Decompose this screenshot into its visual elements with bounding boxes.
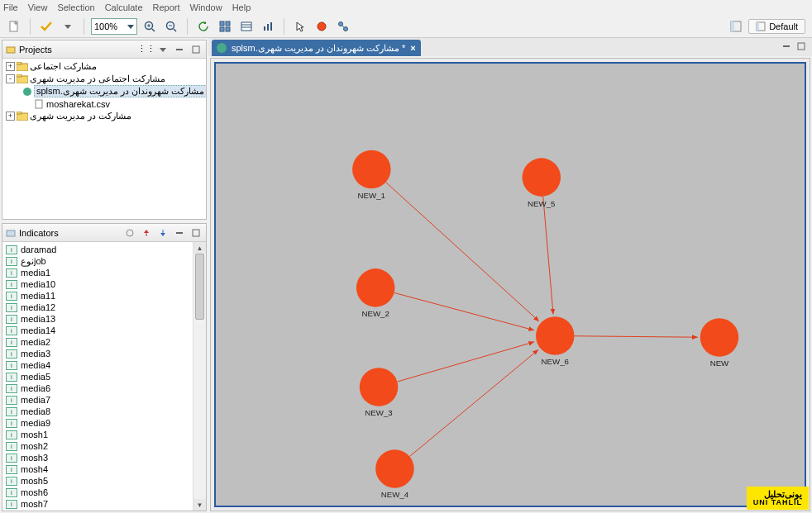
zoom-out-icon[interactable]: [162, 17, 180, 36]
indicator-item[interactable]: imedia9: [2, 417, 206, 429]
model-canvas[interactable]: NEW_1NEW_2NEW_3NEW_4NEW_5NEW_6NEW: [214, 62, 806, 507]
diagram-edge[interactable]: [397, 342, 534, 382]
diagram-edge[interactable]: [409, 349, 538, 456]
close-icon[interactable]: ×: [410, 43, 415, 53]
node-label: NEW_1: [358, 191, 385, 200]
panel-action-icon[interactable]: ⋮⋮: [140, 43, 153, 56]
validate-icon[interactable]: [37, 17, 55, 36]
sort-desc-icon[interactable]: [156, 226, 170, 240]
layout-icon[interactable]: [727, 17, 745, 36]
collapse-icon[interactable]: [156, 43, 170, 56]
indicator-item[interactable]: iنوعjob: [2, 255, 206, 267]
indicator-item[interactable]: imedia12: [2, 302, 206, 313]
scroll-thumb[interactable]: [195, 254, 204, 320]
filter-icon[interactable]: [123, 226, 136, 240]
indicator-item[interactable]: imedia7: [2, 394, 206, 406]
link-tool-icon[interactable]: [334, 17, 352, 36]
scroll-up-icon[interactable]: ▲: [193, 242, 206, 254]
indicator-item[interactable]: imedia4: [2, 359, 206, 371]
maximize-icon[interactable]: [189, 43, 203, 56]
diagram-node[interactable]: [352, 150, 391, 189]
tab-model[interactable]: splsm.مشارکت شهروندان در مدیریت شهری * ×: [212, 40, 421, 56]
menu-item-view[interactable]: View: [28, 2, 48, 12]
menu-item-selection[interactable]: Selection: [57, 2, 94, 12]
menu-item-file[interactable]: File: [3, 2, 18, 12]
menu-item-report[interactable]: Report: [153, 2, 180, 12]
dropdown-icon[interactable]: [59, 17, 77, 36]
diagram-node[interactable]: [356, 268, 395, 307]
tree-item[interactable]: mosharekat.csv: [6, 97, 203, 110]
zoom-select[interactable]: 100%: [91, 18, 137, 35]
panel-icon: [6, 228, 16, 238]
indicator-label: نوعjob: [21, 256, 46, 267]
tree-item[interactable]: +مشارکت در مدیریت شهری: [6, 110, 203, 122]
svg-line-6: [174, 29, 176, 31]
indicator-item[interactable]: imedia14: [2, 325, 206, 336]
expand-icon[interactable]: +: [6, 62, 15, 71]
diagram-edge[interactable]: [386, 183, 539, 321]
diagram-node[interactable]: [375, 449, 414, 488]
menu-item-window[interactable]: Window: [190, 2, 222, 12]
indicator-item[interactable]: imedia3: [2, 348, 206, 359]
collapse-icon[interactable]: -: [6, 74, 15, 83]
diagram-node[interactable]: [523, 158, 561, 197]
canvas-area: NEW_1NEW_2NEW_3NEW_4NEW_5NEW_6NEW: [210, 58, 810, 511]
sort-asc-icon[interactable]: [140, 226, 153, 240]
scroll-down-icon[interactable]: ▼: [193, 499, 206, 511]
menu-item-calculate[interactable]: Calculate: [105, 2, 143, 12]
diagram-node[interactable]: [360, 368, 399, 406]
maximize-editor-icon[interactable]: [795, 40, 807, 52]
maximize-icon[interactable]: [189, 226, 203, 240]
indicator-item[interactable]: imedia1: [2, 267, 206, 278]
model-icon: [217, 43, 227, 53]
indicator-icon: i: [6, 338, 17, 347]
menu-item-help[interactable]: Help: [232, 2, 251, 12]
indicator-item[interactable]: idaramad: [2, 244, 206, 255]
folder-icon: [17, 62, 28, 72]
indicator-item[interactable]: imedia13: [2, 313, 206, 325]
indicator-icon: i: [6, 361, 17, 370]
indicator-item[interactable]: imedia11: [2, 290, 206, 302]
svg-rect-16: [267, 24, 269, 31]
perspective-default[interactable]: Default: [748, 19, 805, 34]
tree-item[interactable]: -مشارکت اجتماعی در مدیریت شهری: [6, 73, 203, 85]
indicator-label: media12: [21, 302, 55, 312]
chart-view-icon[interactable]: [259, 17, 277, 36]
refresh-icon[interactable]: [194, 17, 213, 36]
indicator-label: daramad: [21, 245, 56, 254]
indicator-item[interactable]: imosh2: [2, 440, 206, 452]
table-view-icon[interactable]: [237, 17, 256, 36]
tree-item[interactable]: +مشارکت اجتماعی: [6, 60, 203, 73]
indicator-item[interactable]: imosh5: [2, 475, 206, 487]
indicator-item[interactable]: imosh1: [2, 429, 206, 440]
diagram-edge[interactable]: [575, 336, 698, 337]
indicator-item[interactable]: imosh3: [2, 452, 206, 463]
indicator-icon: i: [6, 465, 17, 474]
new-file-icon[interactable]: [5, 17, 23, 36]
node-tool-icon[interactable]: [313, 17, 331, 36]
svg-rect-34: [36, 100, 42, 108]
scrollbar[interactable]: ▲ ▼: [193, 242, 206, 511]
minimize-editor-icon[interactable]: [781, 40, 792, 52]
indicator-item[interactable]: imosh6: [2, 487, 206, 498]
diagram-node[interactable]: [536, 316, 575, 355]
indicator-item[interactable]: imedia10: [2, 278, 206, 290]
indicator-item[interactable]: imedia8: [2, 406, 206, 417]
indicator-item[interactable]: imedia5: [2, 371, 206, 382]
pointer-tool-icon[interactable]: [291, 17, 309, 36]
diagram-node[interactable]: [700, 318, 739, 357]
indicator-item[interactable]: imosh7: [2, 498, 206, 510]
minimize-icon[interactable]: [173, 43, 186, 56]
expand-icon[interactable]: +: [6, 112, 15, 121]
svg-rect-28: [193, 46, 199, 53]
indicator-item[interactable]: imedia2: [2, 336, 206, 348]
indicator-item[interactable]: imedia6: [2, 382, 206, 394]
diagram-edge[interactable]: [543, 197, 553, 315]
indicator-item[interactable]: imosh4: [2, 463, 206, 475]
diagram-edge[interactable]: [394, 292, 534, 330]
minimize-icon[interactable]: [173, 226, 186, 240]
zoom-in-icon[interactable]: [141, 17, 159, 36]
grid-view-icon[interactable]: [216, 17, 234, 36]
tree-item[interactable]: splsm.مشارکت شهروندان در مدیریت شهری: [6, 85, 203, 97]
model-icon: [22, 87, 32, 97]
